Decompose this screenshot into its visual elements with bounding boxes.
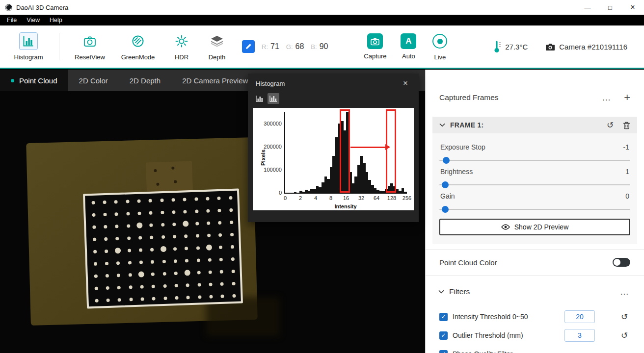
histogram-mode-log-button[interactable] (268, 93, 279, 104)
calibration-board (83, 189, 243, 309)
g-value: 68 (295, 42, 304, 51)
filters-header[interactable]: Filters … (438, 286, 630, 297)
calibration-dot (162, 272, 166, 275)
calibration-dot (94, 274, 97, 277)
calibration-dot (149, 211, 152, 214)
histogram-tool-button[interactable]: Histogram (3, 32, 54, 61)
minimize-button[interactable]: — (576, 0, 599, 15)
slider-row-exposure: Exposure Stop -1 (439, 143, 630, 164)
camera-id-value: Camera #210191116 (559, 43, 627, 51)
slider[interactable] (439, 181, 630, 188)
tab-2d-camera-preview-label: 2D Camera Preview (182, 76, 248, 85)
calibration-dot (92, 225, 96, 228)
calibration-dot (217, 208, 221, 212)
calibration-dot (103, 200, 106, 203)
slider[interactable] (439, 206, 630, 213)
calibration-dot (218, 233, 222, 236)
phase-quality-checkbox[interactable]: ✓ (439, 350, 448, 353)
show-2d-preview-button[interactable]: Show 2D Preview (439, 219, 630, 235)
outlier-threshold-reset-icon[interactable]: ↺ (618, 330, 630, 341)
thermometer-icon (493, 40, 501, 53)
intensity-threshold-reset-icon[interactable]: ↺ (618, 312, 630, 322)
calibration-dot (152, 284, 155, 288)
filters-more-icon[interactable]: … (620, 287, 629, 297)
gain-slider-handle[interactable] (442, 206, 449, 213)
histogram-panel-title: Histogram (256, 80, 400, 87)
menu-help[interactable]: Help (45, 17, 67, 24)
annotation-box (386, 109, 396, 193)
frame-header[interactable]: FRAME 1: ↺ (432, 117, 637, 133)
calibration-dot (206, 197, 209, 200)
resetview-button[interactable]: ResetView (66, 32, 113, 61)
frame-reset-icon[interactable]: ↺ (604, 120, 616, 130)
calibration-dot (187, 296, 190, 299)
tab-2d-camera-preview[interactable]: 2D Camera Preview (171, 70, 259, 91)
outlier-threshold-checkbox[interactable]: ✓ (439, 331, 448, 340)
depth-layers-icon (210, 32, 224, 50)
calibration-dot (94, 286, 98, 290)
histogram-chart: Pixels 010000020000030000002481632641282… (253, 108, 414, 210)
color-picker-icon[interactable] (242, 40, 255, 53)
calibration-dot (184, 234, 188, 238)
hdr-button[interactable]: HDR (162, 32, 201, 61)
capture-button[interactable]: Capture (356, 33, 394, 60)
auto-button[interactable]: A Auto (394, 33, 423, 60)
calibration-dot (151, 260, 154, 263)
histogram-panel[interactable]: Histogram × Pixels 010000020000030000002… (248, 74, 419, 222)
captured-frames-header: Captured Frames … + (439, 91, 630, 104)
calibration-dot (196, 246, 199, 250)
calibration-dot (232, 294, 236, 297)
slider-row-gain: Gain 0 (439, 192, 630, 213)
calibration-dot (114, 200, 118, 203)
menu-file[interactable]: File (2, 17, 22, 24)
calibration-dot (171, 198, 175, 202)
delete-frame-icon[interactable] (623, 121, 630, 129)
x-tick-label: 64 (374, 195, 379, 201)
tab-2d-depth[interactable]: 2D Depth (119, 70, 171, 91)
filter-row-outlier: ✓ Outlier Threshold (mm) ↺ (439, 328, 630, 342)
calibration-dot (217, 196, 221, 200)
outlier-threshold-input[interactable] (564, 329, 595, 342)
annotation-arrow (350, 147, 386, 148)
intensity-threshold-checkbox[interactable]: ✓ (439, 313, 448, 321)
captured-frames-more-icon[interactable]: … (602, 93, 611, 103)
calibration-dot (126, 212, 130, 215)
point-cloud-color-toggle[interactable] (613, 258, 630, 267)
depth-button[interactable]: Depth (201, 32, 233, 61)
tab-point-cloud[interactable]: Point Cloud (0, 70, 68, 91)
tab-2d-color[interactable]: 2D Color (68, 70, 119, 91)
close-button[interactable]: × (621, 0, 644, 15)
calibration-dot (138, 271, 144, 277)
histogram-mode-linear-button[interactable] (254, 93, 266, 104)
settings-sidebar: Captured Frames … + FRAME 1: ↺ Exposure … (425, 70, 644, 353)
frame-body: Exposure Stop -1 Brightness 1 Gain 0 (432, 133, 637, 244)
x-tick-label: 128 (387, 195, 396, 201)
calibration-dot (184, 270, 190, 276)
calibration-dot (106, 286, 109, 289)
exposure-slider-handle[interactable] (443, 157, 450, 164)
auto-icon: A (401, 33, 416, 49)
calibration-dot (195, 234, 199, 237)
calibration-dot (230, 232, 233, 236)
calibration-dot (198, 295, 201, 299)
point-cloud-color-row: Point Cloud Color (426, 249, 644, 276)
calibration-dot (115, 225, 118, 228)
x-tick-label: 2 (299, 195, 302, 201)
maximize-button[interactable]: □ (599, 0, 621, 15)
slider[interactable] (439, 157, 630, 164)
calibration-dot (137, 199, 140, 202)
histogram-close-icon[interactable]: × (400, 78, 411, 88)
calibration-dot (161, 246, 166, 252)
add-frame-icon[interactable]: + (624, 91, 630, 104)
menu-view[interactable]: View (22, 17, 45, 24)
calibration-dot (129, 285, 132, 289)
live-button[interactable]: Live (423, 32, 456, 61)
gain-value: 0 (625, 192, 629, 200)
calibration-dot (220, 270, 223, 273)
auto-label: Auto (402, 52, 415, 60)
calibration-dot (229, 208, 233, 212)
brightness-slider-handle[interactable] (442, 181, 449, 188)
greenmode-button[interactable]: GreenMode (113, 32, 162, 61)
intensity-threshold-input[interactable] (564, 310, 595, 323)
calibration-dot (106, 298, 109, 302)
